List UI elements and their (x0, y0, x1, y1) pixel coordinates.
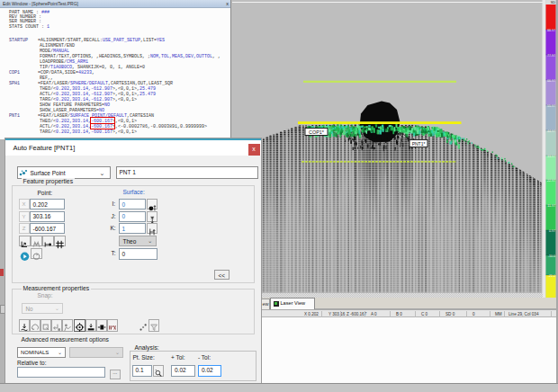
svg-text:77.97: 77.97 (547, 54, 555, 58)
svg-text:11.97: 11.97 (547, 204, 555, 208)
svg-text:44.97: 44.97 (547, 129, 555, 133)
svg-text:-10.0: -10.0 (548, 254, 555, 258)
svg-text:0.97: 0.97 (549, 229, 555, 233)
svg-text:22.97: 22.97 (547, 179, 555, 183)
svg-text:88.97: 88.97 (547, 29, 555, 32)
svg-text:COP1*: COP1* (309, 129, 325, 135)
svg-text:-21.0: -21.0 (548, 274, 555, 278)
svg-text:33.97: 33.97 (547, 155, 555, 158)
svg-text:PNT1*: PNT1* (412, 141, 426, 147)
svg-text:55.97: 55.97 (547, 104, 555, 108)
svg-text:66.97: 66.97 (547, 79, 555, 83)
svg-text:SD: SD (551, 1, 556, 4)
